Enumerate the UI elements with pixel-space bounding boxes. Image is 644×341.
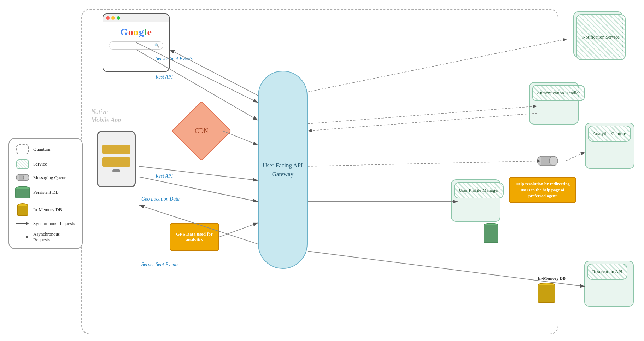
- native-mobile-app-label: Native Mobile App: [91, 108, 121, 125]
- label-rest-api-bottom: Rest API: [156, 173, 173, 179]
- mobile-screen: [97, 131, 136, 187]
- legend-item-persistent-db: Persistent DB: [16, 186, 76, 198]
- persistent-db: [484, 223, 498, 243]
- service-icon: [16, 159, 30, 169]
- auth-handler-front: Authentication Handler: [532, 85, 585, 101]
- reservation-api: Reservation API: [587, 264, 627, 280]
- svg-point-11: [549, 156, 558, 166]
- auth-handler-label: Authentication Handler: [537, 90, 580, 96]
- legend-label-async: Asynchronous Requests: [33, 231, 76, 243]
- reservation-api-front: Reservation API: [587, 264, 627, 280]
- reservation-api-label: Reservation API: [592, 268, 622, 275]
- profile-manager: User Profile Manager: [454, 182, 504, 198]
- legend-item-service: Service: [16, 159, 76, 169]
- browser-dot-yellow: [111, 16, 115, 20]
- legend-item-messaging-queue: Messaging Queue: [16, 174, 76, 181]
- browser-titlebar: [103, 14, 169, 22]
- sync-arrow-icon: [16, 221, 30, 226]
- in-memory-db-area: In-Memory DB: [538, 276, 566, 303]
- browser-dot-red: [106, 16, 110, 20]
- legend-item-async: Asynchronous Requests: [16, 231, 76, 243]
- notification-service-label: Notification Service: [582, 34, 619, 40]
- legend-label-quantum: Quantum: [33, 146, 50, 152]
- notification-service-front: Notification Service: [576, 14, 626, 60]
- messaging-queue: [537, 156, 562, 168]
- quantum-icon: [16, 144, 30, 154]
- legend-item-sync: Synchronous Requests: [16, 221, 76, 226]
- browser-search-icon: 🔍: [154, 43, 159, 48]
- analytics-capture: Analytics Capture: [588, 126, 631, 142]
- persistent-db-icon: [16, 186, 30, 198]
- browser-dot-green: [117, 16, 120, 20]
- legend-label-service: Service: [33, 161, 47, 167]
- legend-item-in-memory-db: In-Memory DB: [16, 203, 76, 216]
- mobile-device: [97, 131, 139, 195]
- browser-component: Google 🔍: [103, 13, 170, 72]
- analytics-capture-front: Analytics Capture: [588, 126, 631, 142]
- browser-search-bar: 🔍: [109, 41, 163, 50]
- legend-item-quantum: Quantum: [16, 144, 76, 154]
- legend: Quantum Service Messaging Queue: [8, 138, 83, 249]
- async-arrow-icon: [16, 234, 30, 240]
- google-logo: Google: [109, 27, 163, 38]
- svg-marker-8: [26, 236, 29, 238]
- label-server-sent-events-top: Server Sent Events: [156, 56, 193, 62]
- in-memory-db-icon: [16, 203, 30, 216]
- analytics-capture-label: Analytics Capture: [593, 131, 626, 137]
- arrow-analytics: [566, 152, 585, 161]
- diagram-container: Quantum Service Messaging Queue: [4, 4, 640, 337]
- legend-label-in-memory-db: In-Memory DB: [33, 207, 62, 213]
- mobile-home-button: [112, 169, 120, 172]
- browser-content: Google 🔍: [103, 22, 169, 54]
- profile-manager-front: User Profile Manager: [454, 182, 504, 198]
- legend-label-messaging-queue: Messaging Queue: [33, 175, 66, 180]
- label-server-sent-events-bottom: Server Sent Events: [141, 262, 178, 267]
- in-memory-db-label: In-Memory DB: [538, 276, 566, 281]
- gps-data-box: GPS Data used for analytics: [170, 223, 219, 251]
- messaging-queue-icon: [16, 174, 30, 181]
- mobile-item-2: [102, 157, 130, 167]
- profile-manager-label: User Profile Manager: [459, 187, 499, 193]
- legend-label-persistent-db: Persistent DB: [33, 190, 59, 195]
- svg-point-2: [23, 174, 29, 181]
- label-rest-api-top: Rest API: [156, 74, 173, 80]
- notification-service: Notification Service: [576, 14, 626, 60]
- mobile-item-1: [102, 145, 130, 154]
- help-resolution-box: Help resolution by redirecting users to …: [509, 177, 576, 203]
- legend-label-sync: Synchronous Requests: [33, 221, 75, 226]
- auth-handler: Authentication Handler: [532, 85, 585, 101]
- label-geo-location: Geo Location Data: [141, 196, 180, 202]
- svg-marker-6: [26, 222, 29, 225]
- api-gateway: User Facing API Gateway: [258, 71, 308, 269]
- api-gateway-label: User Facing API Gateway: [262, 161, 303, 179]
